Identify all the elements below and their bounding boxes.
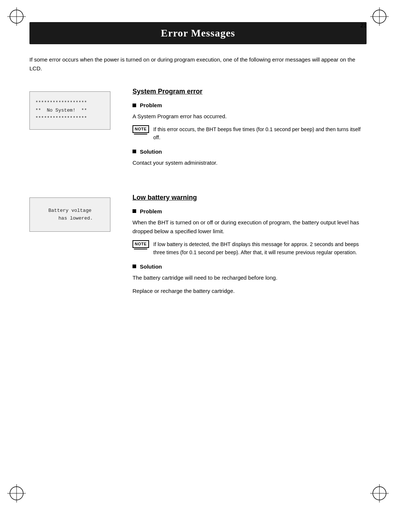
title-banner: Error Messages — [29, 22, 367, 44]
solution-text-battery-2: Replace or recharge the battery cartridg… — [132, 287, 367, 295]
bullet-icon-system-problem — [132, 104, 136, 107]
note-block-battery: NOTE If low battery is detected, the BHT… — [132, 240, 367, 257]
note-block-system: NOTE If this error occurs, the BHT beeps… — [132, 125, 367, 142]
section-system-content: System Program error Problem A System Pr… — [132, 88, 367, 172]
solution-heading-system: Solution — [132, 148, 367, 155]
note-text-battery: If low battery is detected, the BHT disp… — [153, 240, 367, 257]
bullet-icon-battery-problem — [132, 209, 136, 213]
page-number: 21 — [360, 22, 367, 28]
section-system-title: System Program error — [132, 88, 367, 95]
note-badge-line-system — [134, 134, 147, 134]
section-system-program-error: ****************** ** No System! ** ****… — [29, 88, 367, 172]
lcd-line-3: ****************** — [35, 115, 105, 122]
page-title: Error Messages — [37, 27, 359, 39]
lcd-battery-line-2: has lowered. — [37, 215, 103, 223]
section-battery-content: Low battery warning Problem When the BHT… — [132, 194, 367, 300]
page-container: 21 Error Messages If some error occurs w… — [0, 0, 396, 532]
solution-text-system: Contact your system administrator. — [132, 158, 367, 167]
lcd-battery-line-1: Battery voltage — [37, 207, 103, 215]
solution-heading-battery: Solution — [132, 263, 367, 270]
solution-text-battery-1: The battery cartridge will need to be re… — [132, 273, 367, 282]
lcd-display-system: ****************** ** No System! ** ****… — [29, 91, 110, 130]
note-badge-battery: NOTE — [132, 240, 149, 249]
lcd-display-battery: Battery voltage has lowered. — [29, 197, 110, 232]
note-text-system: If this error occurs, the BHT beeps five… — [153, 125, 367, 142]
note-badge-label-battery: NOTE — [132, 240, 149, 248]
problem-text-battery: When the BHT is turned on or off or duri… — [132, 218, 367, 236]
note-badge-system: NOTE — [132, 125, 149, 134]
bullet-icon-battery-solution — [132, 265, 136, 268]
note-badge-line-battery — [134, 249, 147, 249]
lcd-line-2: ** No System! ** — [35, 107, 105, 115]
problem-heading-system: Problem — [132, 102, 367, 108]
corner-mark-bl — [7, 484, 26, 503]
section-low-battery: Battery voltage has lowered. Low battery… — [29, 194, 367, 300]
section-battery-title: Low battery warning — [132, 194, 367, 202]
problem-text-system: A System Program error has occurred. — [132, 112, 367, 121]
problem-heading-battery: Problem — [132, 208, 367, 214]
corner-mark-br — [370, 484, 389, 503]
note-badge-label-system: NOTE — [132, 125, 149, 133]
bullet-icon-system-solution — [132, 150, 136, 153]
lcd-line-1: ****************** — [35, 99, 105, 107]
corner-mark-tl — [7, 7, 26, 26]
intro-text: If some error occurs when the power is t… — [29, 55, 367, 73]
corner-mark-tr — [370, 7, 389, 26]
